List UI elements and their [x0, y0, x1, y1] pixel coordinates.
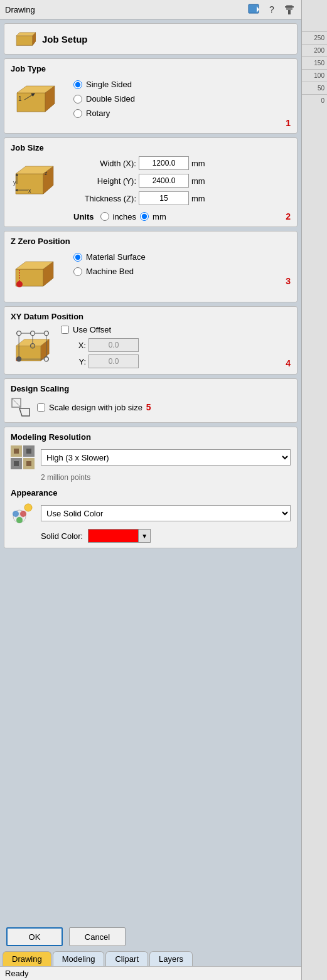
radio-machine-bed[interactable]: Machine Bed: [73, 267, 291, 276]
svg-point-60: [13, 511, 19, 517]
use-offset-checkbox[interactable]: [61, 326, 69, 334]
thickness-unit: mm: [191, 194, 205, 203]
svg-marker-6: [16, 36, 33, 45]
status-text: Ready: [5, 969, 29, 978]
tab-modeling[interactable]: Modeling: [53, 951, 105, 966]
solid-color-label: Solid Color:: [41, 531, 83, 541]
radio-double-sided[interactable]: Double Sided: [73, 94, 291, 104]
step-5-number: 5: [146, 402, 151, 412]
right-ruler: 250 200 150 100 50 0: [301, 0, 327, 980]
step-1-number: 1: [286, 118, 291, 128]
tab-drawing[interactable]: Drawing: [3, 951, 51, 966]
design-scaling-icon: [11, 397, 31, 417]
pin-icon[interactable]: [282, 3, 296, 16]
job-type-body: 1 Single Sided: [11, 77, 291, 128]
design-scaling-title: Design Scaling: [11, 384, 291, 393]
use-offset-row: Use Offset: [61, 325, 291, 334]
width-unit: mm: [191, 159, 205, 168]
units-label: Units: [73, 212, 94, 221]
step-4-number: 4: [286, 358, 291, 368]
design-scaling-body: Scale design with job size 5: [11, 397, 291, 417]
ruler-mark-100: 100: [302, 69, 327, 82]
modeling-resolution-icon: [11, 445, 35, 469]
title-bar-icons: ?: [247, 3, 296, 16]
svg-marker-49: [19, 408, 29, 416]
tab-clipart[interactable]: Clipart: [105, 951, 148, 966]
cancel-button[interactable]: Cancel: [69, 927, 126, 946]
thickness-input[interactable]: [139, 191, 189, 205]
scale-design-label: Scale design with job size: [49, 403, 142, 412]
status-bar: Ready: [0, 966, 301, 980]
xy-datum-image: [11, 325, 55, 369]
ruler-marks: 250 200 150 100 50 0: [302, 0, 327, 107]
job-type-title: Job Type: [11, 64, 291, 73]
content-area: Job Setup Job Type 1: [0, 19, 301, 922]
color-swatch-wrapper[interactable]: ▼: [88, 529, 151, 543]
scale-design-row: Scale design with job size 5: [37, 402, 151, 412]
ok-button[interactable]: OK: [6, 927, 63, 946]
ruler-mark-150: 150: [302, 56, 327, 69]
width-row: Width (X): mm: [73, 156, 291, 170]
datum-controls: Use Offset X: Y: 4: [61, 325, 291, 368]
ruler-mark-200: 200: [302, 44, 327, 56]
job-size-title: Job Size: [11, 143, 291, 152]
svg-text:y: y: [13, 179, 16, 186]
appearance-row: Use Solid Color Use Material Color: [11, 501, 291, 525]
modeling-body: High (3 x Slower) Standard Low (3 x Fast…: [11, 445, 291, 543]
svg-point-42: [17, 357, 21, 361]
svg-rect-56: [14, 461, 19, 466]
million-points-label: 2 million points: [41, 473, 291, 482]
modeling-resolution-section: Modeling Resolution: [4, 427, 298, 548]
radio-inches[interactable]: inches: [100, 212, 137, 221]
svg-point-35: [17, 331, 21, 336]
svg-point-28: [16, 281, 23, 287]
appearance-icon: [11, 501, 35, 525]
job-size-section: Job Size x y z: [4, 137, 298, 227]
y-offset-input[interactable]: [88, 354, 139, 368]
job-type-radio-group: Single Sided Double Sided Rotary: [73, 80, 291, 118]
scale-design-checkbox[interactable]: [37, 403, 45, 412]
job-size-body: x y z Width (X):: [11, 156, 291, 221]
svg-text:1: 1: [18, 95, 22, 102]
radio-mm[interactable]: mm: [140, 212, 166, 221]
design-scaling-section: Design Scaling Scale design with job siz…: [4, 378, 298, 423]
color-dropdown-button[interactable]: ▼: [138, 529, 151, 543]
nav-icon[interactable]: [247, 3, 261, 16]
units-row: Units inches mm 2: [73, 211, 291, 221]
svg-point-63: [24, 504, 32, 511]
tab-layers[interactable]: Layers: [149, 951, 193, 966]
appearance-title: Appearance: [11, 488, 291, 498]
appearance-dropdown[interactable]: Use Solid Color Use Material Color: [41, 505, 291, 521]
height-input[interactable]: [139, 174, 189, 188]
job-setup-title: Job Setup: [42, 34, 88, 45]
modeling-resolution-dropdown[interactable]: High (3 x Slower) Standard Low (3 x Fast…: [41, 449, 291, 466]
appearance-section: Appearance: [11, 488, 291, 543]
svg-rect-55: [26, 449, 31, 454]
ruler-mark-0: 0: [302, 94, 327, 107]
radio-rotary[interactable]: Rotary: [73, 109, 291, 118]
z-zero-section: Z Zero Position: [4, 231, 298, 302]
width-input[interactable]: [139, 156, 189, 170]
ruler-mark-250: 250: [302, 31, 327, 44]
radio-material-surface[interactable]: Material Surface: [73, 252, 291, 262]
help-icon[interactable]: ?: [265, 3, 279, 16]
xy-datum-body: Use Offset X: Y: 4: [11, 325, 291, 369]
radio-single-sided[interactable]: Single Sided: [73, 80, 291, 89]
svg-point-36: [31, 331, 35, 336]
window-title: Drawing: [5, 5, 35, 14]
step-3-number: 3: [286, 276, 291, 286]
svg-point-44: [44, 357, 48, 361]
svg-point-61: [20, 511, 26, 517]
color-swatch[interactable]: [88, 529, 138, 543]
x-offset-label: X:: [73, 341, 86, 350]
svg-text:z: z: [45, 170, 48, 176]
z-zero-body: Material Surface Machine Bed 3: [11, 250, 291, 297]
x-offset-input[interactable]: [88, 338, 139, 352]
svg-point-38: [44, 331, 48, 336]
z-zero-radio-group: Material Surface Machine Bed: [73, 252, 291, 276]
svg-point-62: [16, 517, 23, 523]
ruler-mark-50: 50: [302, 82, 327, 94]
svg-rect-54: [14, 449, 19, 454]
solid-color-row: Solid Color: ▼: [41, 529, 291, 543]
offset-fields: X: Y: 4: [73, 338, 291, 368]
